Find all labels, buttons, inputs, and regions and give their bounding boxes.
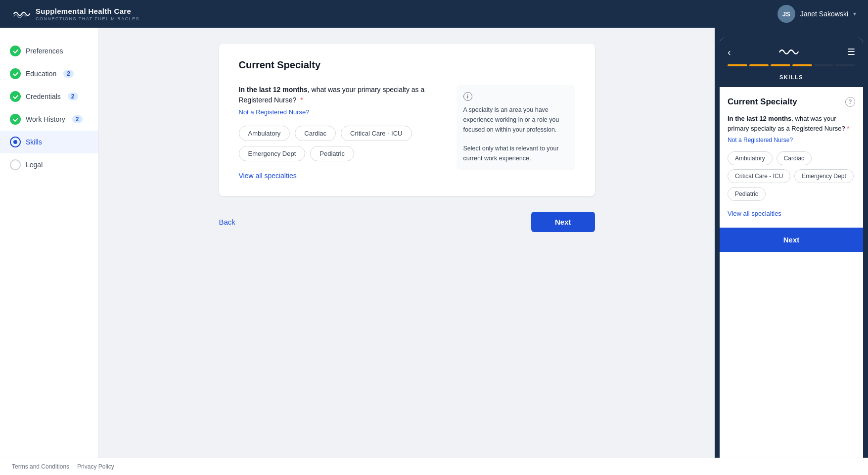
header: Supplemental Health Care CONNECTIONS THA…: [0, 0, 868, 28]
sidebar-item-skills[interactable]: Skills: [0, 131, 98, 153]
mobile-menu-button[interactable]: ☰: [847, 47, 855, 57]
mobile-footer: Next: [720, 228, 863, 252]
not-nurse-link[interactable]: Not a Registered Nurse?: [239, 108, 310, 116]
mobile-chip-emergency-dept[interactable]: Emergency Dept: [794, 169, 853, 183]
check-icon: [10, 46, 21, 56]
education-badge: 2: [63, 70, 74, 78]
check-icon: [10, 91, 21, 102]
sidebar-label-skills: Skills: [26, 138, 42, 146]
progress-seg-1: [728, 64, 747, 66]
nav-buttons: Back Next: [219, 212, 595, 232]
privacy-link[interactable]: Privacy Policy: [77, 463, 114, 470]
progress-seg-3: [771, 64, 790, 66]
form-title: Current Specialty: [239, 59, 575, 71]
chip-emergency-dept[interactable]: Emergency Dept: [239, 146, 306, 161]
sidebar-item-preferences[interactable]: Preferences: [0, 40, 98, 62]
sidebar-item-education[interactable]: Education 2: [0, 62, 98, 85]
mobile-back-button[interactable]: ‹: [728, 47, 731, 58]
logo-text: Supplemental Health Care: [36, 7, 131, 15]
work-history-badge: 2: [72, 115, 83, 123]
next-button[interactable]: Next: [531, 212, 595, 232]
form-row: In the last 12 months, what was your pri…: [239, 85, 575, 180]
info-box: i A specialty is an area you have experi…: [457, 85, 575, 170]
mobile-not-nurse-link[interactable]: Not a Registered Nurse?: [728, 137, 793, 143]
check-icon: [10, 68, 21, 79]
avatar: JS: [777, 5, 795, 23]
mobile-device: ‹ ☰ SKILLS Current Specialty ?: [720, 38, 863, 475]
check-icon: [10, 114, 21, 125]
mobile-title-text: Current Specialty: [728, 97, 797, 107]
sidebar-label-preferences: Preferences: [26, 47, 63, 55]
mobile-chip-pediatric[interactable]: Pediatric: [728, 187, 766, 201]
progress-seg-5: [814, 64, 834, 66]
mobile-next-button[interactable]: Next: [728, 236, 855, 244]
mobile-info-icon: ?: [845, 97, 855, 107]
mobile-progress: [720, 59, 863, 71]
terms-link[interactable]: Terms and Conditions: [12, 463, 69, 470]
mobile-chip-ambulatory[interactable]: Ambulatory: [728, 151, 773, 165]
form-left: In the last 12 months, what was your pri…: [239, 85, 441, 180]
chip-ambulatory[interactable]: Ambulatory: [239, 126, 290, 141]
progress-seg-2: [749, 64, 769, 66]
specialty-chips: Ambulatory Cardiac Critical Care - ICU E…: [239, 126, 441, 161]
form-right: i A specialty is an area you have experi…: [457, 85, 575, 180]
mobile-chip-critical-care[interactable]: Critical Care - ICU: [728, 169, 790, 183]
progress-seg-6: [835, 64, 855, 66]
user-name: Janet Sakowski: [800, 10, 848, 18]
info-icon: i: [463, 92, 472, 101]
chevron-down-icon: ▾: [853, 10, 856, 17]
chip-critical-care[interactable]: Critical Care - ICU: [341, 126, 411, 141]
credentials-badge: 2: [68, 93, 78, 100]
mobile-required-star: *: [847, 125, 849, 132]
question-text: In the last 12 months, what was your pri…: [239, 85, 441, 105]
radio-icon: [10, 137, 21, 147]
form-card: Current Specialty In the last 12 months,…: [219, 44, 595, 196]
mobile-view-all-link[interactable]: View all specialties: [728, 210, 781, 217]
info-text-2: Select only what is relevant to your cur…: [463, 143, 568, 163]
info-text-1: A specialty is an area you have experien…: [463, 105, 568, 135]
logo-tagline: CONNECTIONS THAT FUEL MIRACLES: [36, 16, 139, 21]
chip-cardiac[interactable]: Cardiac: [295, 126, 336, 141]
mobile-question: In the last 12 months, what was your pri…: [728, 114, 855, 133]
sidebar-label-credentials: Credentials: [26, 93, 61, 100]
question-intro: In the last 12 months: [239, 86, 308, 94]
back-button[interactable]: Back: [219, 214, 235, 230]
chip-pediatric[interactable]: Pediatric: [310, 146, 354, 161]
main-layout: Preferences Education 2 Credentials 2 Wo…: [0, 28, 868, 475]
empty-icon: [10, 159, 21, 170]
mobile-skills-label: SKILLS: [720, 71, 863, 87]
progress-seg-4: [792, 64, 812, 66]
user-menu[interactable]: JS Janet Sakowski ▾: [777, 5, 856, 23]
required-star: *: [300, 96, 303, 104]
sidebar-label-education: Education: [26, 70, 56, 78]
content-area: Current Specialty In the last 12 months,…: [99, 28, 715, 475]
mobile-content: Current Specialty ? In the last 12 month…: [720, 87, 863, 228]
view-all-specialties-link[interactable]: View all specialties: [239, 172, 297, 180]
sidebar-item-credentials[interactable]: Credentials 2: [0, 85, 98, 108]
sidebar-label-work-history: Work History: [26, 115, 65, 123]
mobile-header: ‹ ☰: [720, 38, 863, 59]
mobile-chip-cardiac[interactable]: Cardiac: [777, 151, 812, 165]
mobile-panel: ‹ ☰ SKILLS Current Specialty ?: [715, 28, 868, 475]
mobile-chips: Ambulatory Cardiac Critical Care - ICU E…: [728, 151, 855, 201]
footer: Terms and Conditions Privacy Policy: [0, 458, 868, 475]
logo: Supplemental Health Care CONNECTIONS THA…: [12, 7, 139, 21]
sidebar-item-work-history[interactable]: Work History 2: [0, 108, 98, 131]
sidebar-label-legal: Legal: [26, 161, 43, 169]
mobile-title: Current Specialty ?: [728, 97, 855, 107]
sidebar: Preferences Education 2 Credentials 2 Wo…: [0, 28, 99, 475]
mobile-question-intro: In the last 12 months: [728, 115, 791, 122]
sidebar-item-legal[interactable]: Legal: [0, 153, 98, 176]
